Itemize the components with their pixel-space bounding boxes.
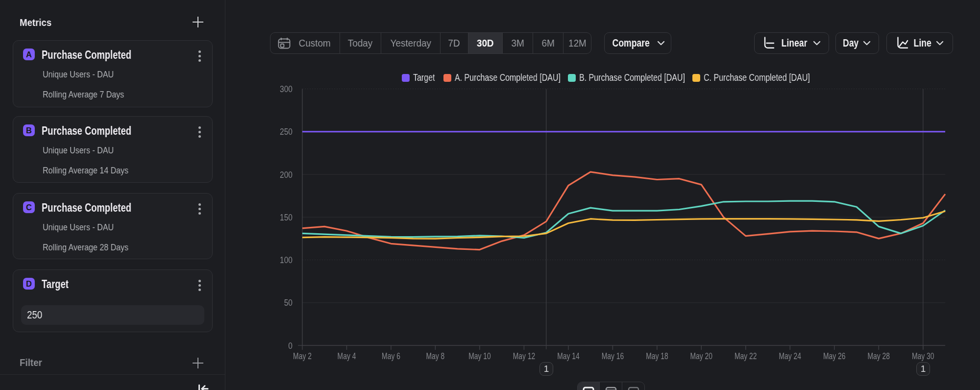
svg-text:100: 100 (280, 255, 293, 266)
svg-text:May 18: May 18 (646, 351, 668, 361)
svg-text:May 6: May 6 (382, 351, 400, 361)
svg-text:May 20: May 20 (690, 351, 712, 361)
svg-text:May 28: May 28 (868, 351, 890, 361)
svg-text:May 10: May 10 (468, 351, 490, 361)
svg-text:May 14: May 14 (557, 351, 579, 361)
svg-text:300: 300 (280, 84, 293, 95)
svg-text:0: 0 (288, 341, 293, 351)
svg-text:May 2: May 2 (293, 351, 312, 361)
svg-text:May 24: May 24 (779, 351, 801, 361)
svg-text:May 12: May 12 (513, 351, 535, 361)
svg-text:May 26: May 26 (823, 351, 845, 361)
svg-text:250: 250 (280, 127, 293, 137)
svg-text:May 22: May 22 (735, 351, 757, 361)
svg-text:May 30: May 30 (912, 351, 934, 361)
svg-text:May 16: May 16 (602, 351, 624, 361)
svg-text:200: 200 (280, 170, 293, 180)
svg-text:May 4: May 4 (338, 351, 356, 361)
svg-text:150: 150 (280, 212, 293, 222)
svg-text:50: 50 (284, 298, 293, 308)
svg-text:May 8: May 8 (426, 351, 445, 361)
